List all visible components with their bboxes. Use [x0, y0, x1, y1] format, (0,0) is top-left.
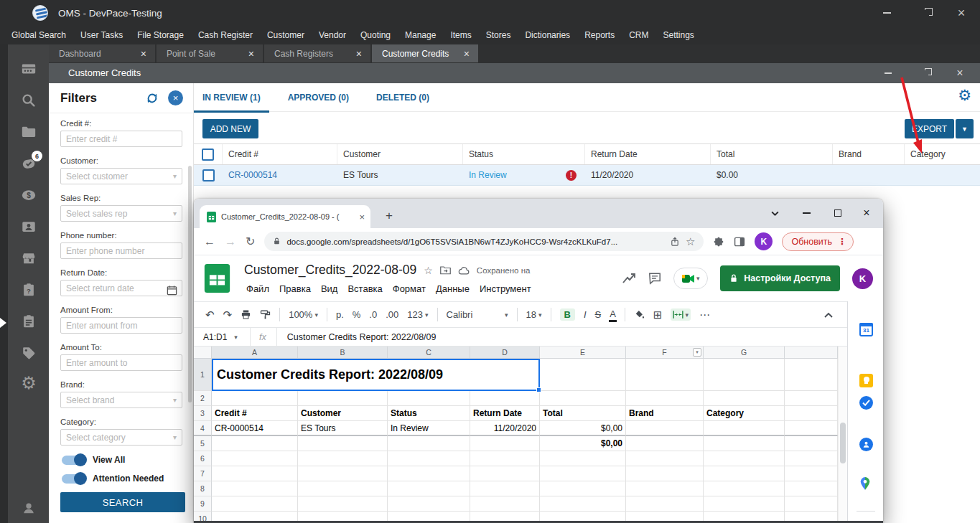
cell-G2[interactable] [704, 391, 785, 406]
increase-decimal-button[interactable]: .00 [386, 309, 398, 320]
tab-dashboard[interactable]: Dashboard× [49, 44, 155, 62]
panel-expander-arrow[interactable] [0, 318, 6, 328]
cell-B2[interactable] [298, 391, 388, 406]
paint-format-icon[interactable] [260, 309, 271, 320]
cell-G8[interactable] [704, 481, 785, 496]
cell-G5[interactable] [704, 436, 785, 451]
decrease-decimal-button[interactable]: .0 [369, 309, 377, 320]
text-color-button[interactable]: A [610, 308, 616, 321]
row-header-9[interactable]: 9 [194, 496, 212, 512]
sheets-profile-avatar[interactable]: K [852, 268, 873, 289]
row-checkbox[interactable] [202, 169, 215, 182]
cell-E1[interactable] [540, 359, 626, 391]
cell-G4[interactable] [704, 421, 785, 436]
tab-close-icon[interactable]: × [246, 48, 257, 60]
menu-tools[interactable]: Инструмент [475, 282, 536, 296]
sheet-vertical-scrollbar[interactable] [838, 347, 847, 523]
cell-A7[interactable] [212, 466, 298, 481]
side-panel-icon[interactable] [734, 236, 745, 248]
cell-F3[interactable]: Brand [626, 406, 704, 421]
cell-E2[interactable] [540, 391, 626, 406]
menu-data[interactable]: Данные [431, 282, 475, 296]
dashboard-icon[interactable] [20, 60, 37, 77]
row-header-4[interactable]: 4 [194, 421, 212, 436]
browser-close-button[interactable]: × [856, 204, 877, 222]
cell-G3[interactable]: Category [704, 406, 785, 421]
col-status[interactable]: Status [463, 144, 585, 164]
row-header-5[interactable]: 5 [194, 436, 212, 451]
version-history-icon[interactable] [622, 273, 636, 285]
add-new-button[interactable]: ADD NEW [202, 119, 258, 138]
cell-F9[interactable] [626, 496, 704, 512]
grid-settings-gear-icon[interactable]: ⚙ [958, 87, 971, 104]
browser-maximize-button[interactable] [827, 204, 849, 222]
cell-C6[interactable] [388, 451, 470, 466]
cell-B9[interactable] [298, 496, 388, 512]
close-filters-button[interactable]: × [168, 90, 183, 105]
select-all-checkbox[interactable] [202, 149, 214, 161]
menu-dictionaries[interactable]: Dictionaries [518, 26, 577, 44]
bold-button[interactable]: B [560, 308, 575, 321]
comment-icon[interactable] [648, 272, 661, 285]
column-header-D[interactable]: D [470, 347, 540, 359]
cell-C7[interactable] [388, 466, 470, 481]
menu-items[interactable]: Items [443, 26, 478, 44]
format-currency-button[interactable]: р. [336, 309, 344, 320]
menu-vendor[interactable]: Vendor [312, 26, 353, 44]
cell-E4[interactable]: $0,00 [540, 421, 626, 436]
tab-close-icon[interactable]: × [353, 48, 365, 60]
cell-E3[interactable]: Total [540, 406, 626, 421]
inner-minimize-button[interactable] [874, 63, 902, 83]
column-header-C[interactable]: C [388, 347, 470, 359]
cell-F2[interactable] [626, 391, 704, 406]
tasks-question-icon[interactable]: ? [20, 281, 37, 298]
money-icon[interactable]: $ [20, 187, 37, 204]
customer-card-icon[interactable] [20, 218, 37, 235]
cell-G7[interactable] [704, 466, 785, 481]
column-header-F[interactable]: F▾ [626, 347, 704, 359]
cell-A5[interactable] [212, 436, 298, 451]
strikethrough-button[interactable]: S [595, 309, 602, 320]
collapse-toolbar-icon[interactable] [824, 309, 833, 320]
tab-customer-credits[interactable]: Customer Credits× [372, 44, 478, 62]
cell-F6[interactable] [626, 451, 704, 466]
refresh-filters-icon[interactable] [145, 91, 159, 105]
restore-button[interactable] [909, 0, 942, 26]
credit-number-input[interactable] [60, 131, 182, 147]
col-return-date[interactable]: Return Date [585, 144, 711, 164]
star-icon[interactable]: ☆ [424, 265, 433, 276]
menu-stores[interactable]: Stores [479, 26, 518, 44]
cell-D2[interactable] [470, 391, 540, 406]
amount-from-input[interactable] [60, 317, 182, 334]
tag-icon[interactable] [20, 344, 37, 362]
row-header-1[interactable]: 1 [194, 359, 212, 391]
document-title[interactable]: Customer_Credits_2022-08-09 [244, 263, 416, 278]
column-header-G[interactable]: G [704, 347, 785, 359]
cell-E6[interactable] [540, 451, 626, 466]
cell-E7[interactable] [540, 466, 626, 481]
column-header-A[interactable]: A [212, 347, 298, 359]
menu-view[interactable]: Вид [316, 282, 343, 296]
redo-icon[interactable]: ↷ [223, 308, 233, 321]
export-button[interactable]: EXPORT [905, 119, 954, 138]
browser-profile-avatar[interactable]: K [755, 232, 773, 250]
menu-user-tasks[interactable]: User Tasks [73, 26, 130, 44]
col-customer[interactable]: Customer [337, 144, 463, 164]
cell-extra-6[interactable] [785, 451, 838, 466]
row-header-8[interactable]: 8 [194, 481, 212, 496]
name-box[interactable]: A1:D1▾ [194, 332, 250, 342]
cell-B5[interactable] [298, 436, 388, 451]
menu-crm[interactable]: CRM [622, 26, 655, 44]
credit-number-link[interactable]: CR-0000514 [228, 170, 277, 180]
bookmark-star-icon[interactable]: ☆ [686, 235, 695, 248]
tab-close-icon[interactable]: × [138, 48, 149, 60]
undo-icon[interactable]: ↶ [205, 308, 215, 321]
cell-A3[interactable]: Credit # [212, 406, 298, 421]
cell-C5[interactable] [388, 436, 470, 451]
cell-D8[interactable] [470, 481, 540, 496]
col-total[interactable]: Total [711, 144, 833, 164]
cell-extra-1[interactable] [785, 359, 838, 391]
brand-select[interactable]: Select brand▾ [60, 392, 182, 408]
tab-approved[interactable]: APPROVED (0) [279, 93, 358, 111]
cell-E9[interactable] [540, 496, 626, 512]
